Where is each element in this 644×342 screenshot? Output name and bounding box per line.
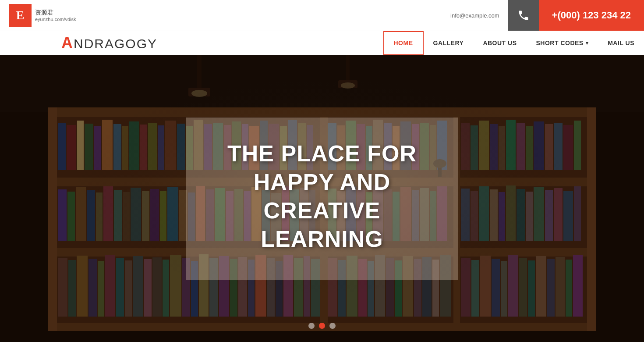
logo-box: E: [9, 4, 32, 27]
nav-label-about: ABOUT US: [483, 39, 517, 46]
logo-area: E 资源君 eyunzhu.com/vdisk: [0, 4, 96, 27]
nav-label-home: HOME: [394, 39, 413, 46]
phone-number: +(000) 123 234 22: [552, 10, 631, 21]
logo-text: 资源君 eyunzhu.com/vdisk: [35, 9, 76, 22]
nav-label-mail: MAIL US: [608, 39, 634, 46]
hero-heading: THE PLACE FOR HAPPY AND CREATIVE LEARNIN…: [204, 139, 440, 253]
hero-line3: CREATIVE: [263, 198, 380, 223]
site-title-letter-a: A: [61, 34, 74, 52]
slider-dots: [308, 323, 336, 329]
chevron-down-icon: ▾: [586, 40, 589, 46]
site-title-rest: NDRAGOGY: [74, 36, 157, 51]
phone-icon-button[interactable]: [508, 0, 539, 31]
logo-chinese: 资源君: [35, 9, 76, 17]
nav-links: HOME GALLERY ABOUT US SHORT CODES ▾ MAIL…: [383, 31, 644, 55]
nav-item-gallery[interactable]: GALLERY: [424, 31, 474, 55]
hero-text-box: THE PLACE FOR HAPPY AND CREATIVE LEARNIN…: [186, 118, 458, 280]
phone-icon: [517, 9, 530, 21]
site-title: ANDRAGOGY: [61, 34, 157, 52]
top-bar: E 资源君 eyunzhu.com/vdisk info@example.com…: [0, 0, 644, 31]
hero-line4: LEARNING: [261, 226, 383, 252]
nav-item-about[interactable]: ABOUT US: [473, 31, 526, 55]
hero-line1: THE PLACE FOR: [227, 141, 417, 166]
slide-dot-1[interactable]: [308, 323, 315, 329]
logo-letter: E: [16, 8, 25, 22]
email-address: info@example.com: [450, 12, 508, 19]
nav-item-home[interactable]: HOME: [383, 31, 424, 55]
nav-label-shortcodes: SHORT CODES: [536, 39, 584, 46]
logo-url: eyunzhu.com/vdisk: [35, 17, 76, 22]
phone-number-button[interactable]: +(000) 123 234 22: [539, 0, 644, 31]
nav-item-shortcodes[interactable]: SHORT CODES ▾: [527, 31, 598, 55]
slide-dot-2[interactable]: [319, 323, 325, 329]
slide-dot-3[interactable]: [329, 323, 336, 329]
hero-line2: HAPPY AND: [254, 169, 390, 195]
nav-item-mail[interactable]: MAIL US: [598, 31, 644, 55]
nav-bar: ANDRAGOGY HOME GALLERY ABOUT US SHORT CO…: [0, 31, 644, 55]
hero-section: THE PLACE FOR HAPPY AND CREATIVE LEARNIN…: [0, 55, 644, 342]
nav-label-gallery: GALLERY: [433, 39, 464, 46]
